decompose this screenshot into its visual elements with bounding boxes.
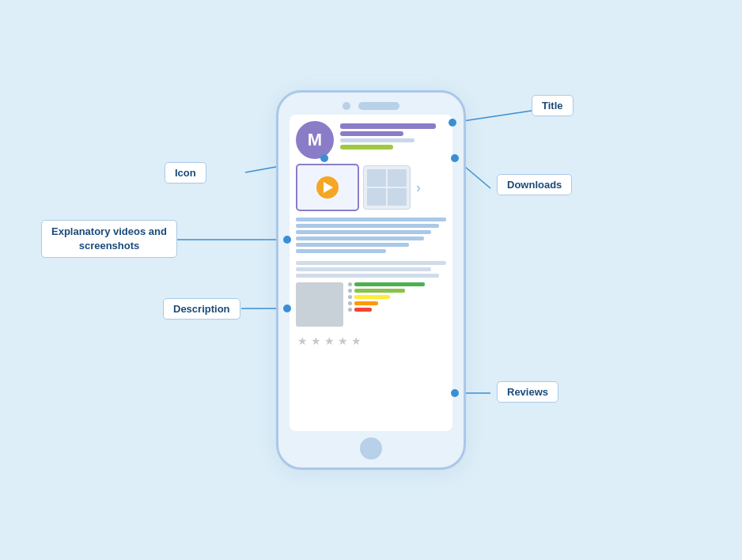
review-dot: [348, 282, 352, 286]
review-dot: [348, 295, 352, 299]
desc-line-gray: [296, 274, 439, 278]
chevron-right-icon: ›: [416, 180, 421, 196]
connector-dot-description: [283, 305, 291, 312]
review-dot: [348, 301, 352, 305]
review-image: [296, 282, 343, 327]
title-label: Title: [532, 95, 574, 116]
screenshot-cell: [367, 169, 386, 187]
screenshot-cell: [367, 188, 386, 206]
desc-line: [296, 218, 446, 221]
stars-row: ★ ★ ★ ★ ★: [296, 335, 446, 347]
review-bar: [354, 308, 372, 312]
review-bar-row: [348, 308, 446, 312]
star-icon: ★: [324, 335, 335, 347]
video-thumbnail: [296, 164, 359, 211]
home-button: [360, 437, 382, 460]
review-bar: [354, 295, 390, 299]
app-header: M: [296, 121, 446, 159]
description-section: [296, 216, 446, 278]
desc-line-gray: [296, 261, 446, 265]
review-bars: [348, 282, 446, 312]
screenshot-cell: [388, 188, 407, 206]
star-icon: ★: [351, 335, 362, 347]
star-icon: ★: [297, 335, 308, 347]
star-icon: ★: [338, 335, 348, 347]
desc-line: [296, 249, 386, 253]
play-icon: [324, 182, 333, 193]
phone-top-bar: [343, 102, 399, 110]
star-icon: ★: [311, 335, 321, 347]
phone-bottom: [360, 437, 382, 460]
play-button: [316, 176, 339, 199]
downloads-label: Downloads: [497, 174, 572, 195]
connector-dot-icon: [320, 154, 328, 162]
review-bar-row: [348, 295, 446, 299]
phone-mockup: M ›: [276, 90, 466, 470]
app-icon: M: [296, 121, 334, 159]
connector-dot-title: [449, 119, 456, 127]
title-bar: [340, 123, 436, 129]
desc-line: [296, 230, 431, 234]
review-bar: [354, 301, 378, 305]
media-section: ›: [296, 164, 446, 211]
reviews-section: [296, 282, 446, 327]
screenshot-cell: [388, 169, 407, 187]
desc-line-gray: [296, 267, 431, 271]
review-bar: [354, 282, 425, 286]
review-dot: [348, 308, 352, 312]
desc-line: [296, 224, 439, 228]
review-bar-row: [348, 301, 446, 305]
desc-line: [296, 243, 409, 247]
connector-dot-downloads: [451, 154, 459, 162]
review-bar: [354, 289, 405, 293]
phone-camera: [343, 102, 350, 110]
phone-screen: M ›: [290, 115, 452, 431]
review-dot: [348, 289, 352, 293]
description-label: Description: [163, 298, 240, 320]
connector-dot-reviews: [451, 389, 459, 397]
subtitle-bar: [340, 131, 403, 136]
desc-line: [296, 236, 424, 240]
connector-dot-explanatory: [283, 236, 291, 244]
review-bar-row: [348, 282, 446, 286]
rating-bar: [340, 145, 393, 149]
icon-label: Icon: [165, 162, 206, 184]
meta-bar: [340, 138, 415, 142]
review-bar-row: [348, 289, 446, 293]
reviews-label: Reviews: [497, 381, 558, 403]
phone-speaker: [358, 102, 399, 110]
app-info: [340, 123, 446, 149]
explanatory-label: Explanatory videos and screenshots: [41, 220, 177, 258]
screenshot-thumbnail: [363, 165, 411, 210]
